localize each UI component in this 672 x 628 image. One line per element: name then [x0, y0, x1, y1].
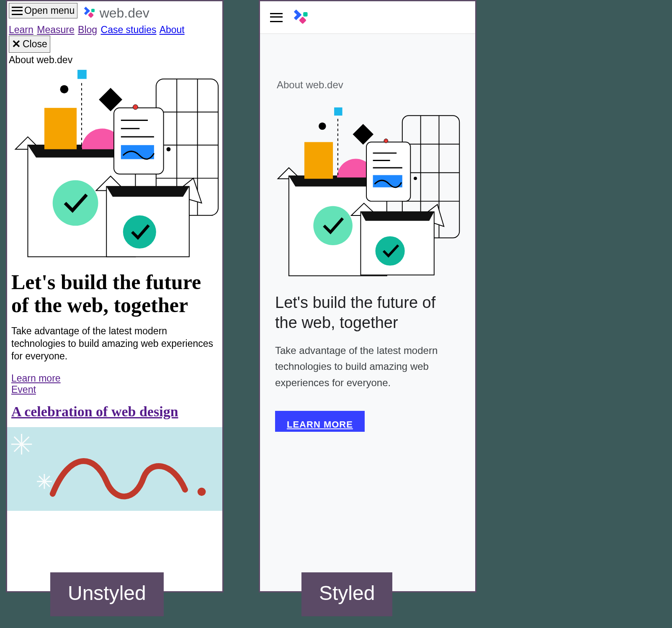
svg-point-26 — [167, 147, 171, 151]
styled-topbar — [260, 1, 475, 34]
svg-rect-46 — [304, 142, 333, 179]
close-label: Close — [23, 38, 47, 50]
webdev-chevron-icon[interactable] — [292, 9, 310, 26]
svg-point-63 — [414, 177, 417, 180]
styled-panel: About web.dev — [259, 0, 476, 592]
svg-rect-27 — [7, 428, 222, 510]
caption-unstyled: Unstyled — [50, 572, 164, 616]
svg-rect-15 — [114, 108, 164, 174]
open-menu-button[interactable]: Open menu — [9, 3, 77, 18]
unstyled-header: Open menu web.dev — [7, 1, 222, 21]
hamburger-icon[interactable] — [270, 13, 283, 22]
svg-point-61 — [376, 236, 405, 266]
svg-point-48 — [319, 123, 326, 130]
brand-name: web.dev — [100, 5, 149, 21]
svg-rect-50 — [353, 124, 373, 145]
hero-heading: Let's build the future of the web, toget… — [275, 293, 460, 333]
svg-rect-9 — [44, 108, 77, 149]
hero-illustration — [272, 103, 463, 280]
link-list: Learn more Event — [7, 373, 222, 404]
unstyled-nav: Learn Measure Blog Case studies About ✕ … — [7, 21, 222, 54]
eyebrow-text: About web.dev — [277, 79, 463, 91]
learn-more-button[interactable]: LEARN MORE — [275, 411, 365, 432]
svg-rect-12 — [77, 70, 87, 79]
nav-learn[interactable]: Learn — [9, 24, 33, 35]
learn-more-link[interactable]: Learn more — [11, 373, 218, 384]
nav-case-studies[interactable]: Case studies — [101, 24, 157, 35]
webdev-chevron-icon — [83, 6, 96, 20]
nav-measure[interactable]: Measure — [37, 24, 74, 35]
styled-body: About web.dev — [260, 34, 475, 591]
svg-marker-60 — [360, 212, 434, 220]
event-link[interactable]: Event — [11, 384, 218, 395]
svg-point-11 — [60, 85, 69, 93]
open-menu-label: Open menu — [24, 5, 75, 16]
svg-point-25 — [133, 105, 138, 110]
eyebrow-text: About web.dev — [7, 54, 222, 67]
close-button[interactable]: ✕ Close — [9, 36, 50, 53]
hero-heading: Let's build the future of the web, toget… — [7, 271, 222, 325]
nav-blog[interactable]: Blog — [78, 24, 97, 35]
close-icon: ✕ — [12, 38, 21, 51]
brand-logo: web.dev — [83, 5, 149, 21]
hero-subtext: Take advantage of the latest modern tech… — [275, 343, 460, 391]
unstyled-panel: Open menu web.dev Learn Measure Blog Cas… — [6, 0, 224, 592]
svg-point-51 — [313, 206, 353, 246]
hero-subtext: Take advantage of the latest modern tech… — [7, 325, 222, 373]
caption-styled: Styled — [301, 572, 392, 616]
svg-marker-23 — [106, 186, 189, 197]
svg-rect-19 — [121, 145, 154, 159]
hamburger-icon — [12, 7, 23, 15]
svg-point-62 — [384, 139, 388, 143]
svg-point-24 — [123, 215, 156, 249]
article-title-link[interactable]: A celebration of web design — [7, 404, 222, 427]
svg-point-36 — [198, 487, 206, 496]
svg-rect-49 — [334, 108, 342, 115]
hero-illustration — [7, 67, 222, 271]
svg-rect-52 — [366, 142, 410, 201]
nav-about[interactable]: About — [160, 24, 185, 35]
svg-point-14 — [53, 180, 98, 226]
article-banner-image — [7, 427, 222, 511]
